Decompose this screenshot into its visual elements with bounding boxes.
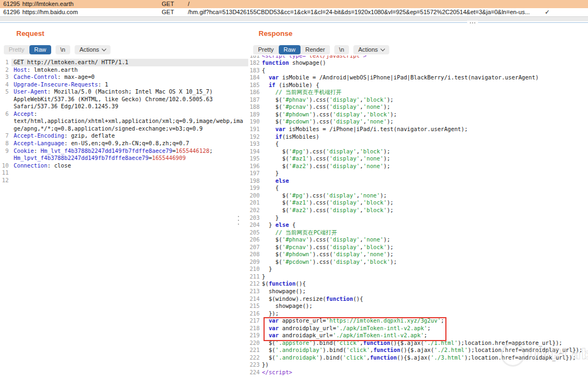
line-number: 8	[0, 140, 9, 147]
line-number: 4	[0, 81, 9, 89]
line-number: 2	[0, 66, 9, 74]
line-content: $(function(){	[262, 280, 306, 288]
chevron-down-icon	[381, 47, 385, 51]
code-line: 184 var isMobile = /Android|webOS|iPhone…	[249, 74, 588, 82]
line-content: $('#pcnav').css('display','block');	[262, 244, 394, 251]
line-number: 183	[249, 67, 260, 75]
code-line: 207 $('#pcnav').css('display','block');	[249, 244, 588, 251]
line-number: 204	[249, 221, 260, 229]
line-content: // 当前网页在手机端打开	[262, 89, 341, 96]
line-number: 214	[249, 295, 260, 303]
code-line: 3Cache-Control: max-age=0	[0, 73, 248, 81]
line-content: }	[262, 265, 272, 273]
history-row[interactable]: 61295http://lmtoken.earthGET/	[0, 0, 588, 8]
code-line: 199 {	[249, 184, 588, 192]
line-number: 191	[249, 126, 260, 133]
code-line: 222 $('.androidapk').bind('click',functi…	[249, 354, 588, 362]
line-content: </script>	[262, 369, 292, 376]
code-line: 185 if (isMobile) {	[249, 82, 588, 89]
line-number: 215	[249, 302, 260, 310]
code-line: 192 if(isMobiles)	[249, 133, 588, 141]
code-line: 205 // 当前网页在PC端打开	[249, 229, 588, 237]
line-content: }	[262, 170, 279, 177]
line-content: $('#phnav').css('display','block');	[262, 96, 394, 104]
code-line: 209 $('#pcdown').css('display','block');	[249, 258, 588, 266]
line-number: 209	[249, 258, 260, 266]
chevron-down-icon	[102, 47, 106, 51]
code-line: 190 $('#pcdown').css('display','none');	[249, 118, 588, 126]
line-number: 208	[249, 251, 260, 258]
line-number: 222	[249, 354, 260, 362]
line-number: 223	[249, 361, 260, 369]
history-cell-url: /	[188, 0, 539, 8]
line-number: 203	[249, 214, 260, 222]
horizontal-splitter[interactable]	[0, 16, 588, 21]
line-content: function showpage()	[262, 59, 326, 67]
code-line: 210 }	[249, 265, 588, 273]
code-line: 197 }	[249, 170, 588, 177]
code-line: 196 $('#az2').css('display','none');	[249, 163, 588, 170]
code-line: 187 $('#phnav').css('display','block');	[249, 96, 588, 104]
tab-raw[interactable]: Raw	[29, 45, 51, 54]
tab-pretty[interactable]: Pretty	[4, 45, 29, 54]
line-content: if (isMobile) {	[262, 82, 319, 89]
line-number: 206	[249, 236, 260, 244]
line-number: 12	[0, 177, 9, 184]
tab-actions[interactable]: Actions	[353, 45, 389, 54]
request-editor[interactable]: 1GET http://lmtoken.earth/ HTTP/1.12Host…	[0, 59, 248, 184]
line-number: 211	[249, 273, 260, 281]
code-line: 213 showpage();	[249, 288, 588, 295]
line-number: 11	[0, 169, 9, 177]
code-line: 7Accept-Encoding: gzip, deflate	[0, 132, 248, 140]
code-line: 6Accept: text/html,application/xhtml+xml…	[0, 110, 248, 133]
line-content: $('#phdown').css('display','none');	[262, 251, 394, 258]
panel-focus-border	[0, 22, 588, 23]
annotation-highlight-box	[264, 317, 446, 341]
line-content: $('#az1').css('display','block');	[262, 199, 394, 207]
code-line: 12	[0, 177, 248, 184]
tab-pretty[interactable]: Pretty	[253, 45, 279, 54]
line-number: 185	[249, 82, 260, 89]
line-content: Cache-Control: max-age=0	[11, 73, 244, 81]
splitter-grip-icon[interactable]	[467, 21, 478, 24]
line-number: 193	[249, 140, 260, 148]
line-number: 199	[249, 184, 260, 192]
tab-raw[interactable]: Raw	[279, 45, 301, 54]
line-number: 197	[249, 170, 260, 177]
code-line: 191 var isMobiles = /iPhone|iPad/i.test(…	[249, 126, 588, 133]
vertical-splitter-grip[interactable]	[237, 216, 240, 225]
line-content: else	[262, 177, 289, 185]
line-content: $('#pcdown').css('display','block');	[262, 258, 397, 266]
line-content: }	[262, 273, 265, 281]
line-number: 6	[0, 110, 9, 133]
code-line: 5User-Agent: Mozilla/5.0 (Macintosh; Int…	[0, 88, 248, 110]
http-history-table: 61295http://lmtoken.earthGET/61296https:…	[0, 0, 588, 16]
tab-newline[interactable]: \n	[56, 45, 70, 54]
line-content: $(window).resize(function(){	[262, 295, 363, 303]
line-content: if(isMobiles)	[262, 133, 319, 141]
code-line: 181<script type="text/javascript">	[249, 55, 588, 59]
line-number: 186	[249, 89, 260, 96]
line-number: 181	[249, 55, 260, 59]
line-number: 216	[249, 310, 260, 318]
line-content: User-Agent: Mozilla/5.0 (Macintosh; Inte…	[11, 88, 244, 110]
code-line: 1GET http://lmtoken.earth/ HTTP/1.1	[0, 59, 248, 66]
code-line: 212$(function(){	[249, 280, 588, 288]
tab-newline[interactable]: \n	[334, 45, 349, 54]
code-line: 195 $('#az1').css('display','none');	[249, 155, 588, 163]
code-line: 186 // 当前网页在手机端打开	[249, 89, 588, 96]
code-line: 223})	[249, 361, 588, 369]
code-line: 194 $('#pg').css('display','block');	[249, 148, 588, 156]
tab-render[interactable]: Render	[301, 45, 330, 54]
code-line: 221 $('.androidplay').bind('click',funct…	[249, 347, 588, 354]
line-number: 198	[249, 177, 260, 185]
code-line: 9Cookie: Hm_lvt_f4b3788b2247dd149fb7fdff…	[0, 147, 248, 162]
history-row[interactable]: 61296https://hm.baidu.comGET/hm.gif?hca=…	[0, 8, 588, 16]
code-line: 214 $(window).resize(function(){	[249, 295, 588, 303]
line-content: $('#phnav').css('display','none');	[262, 236, 390, 244]
code-line: 215 showpage();	[249, 302, 588, 310]
line-number: 201	[249, 199, 260, 207]
history-cell-host: https://hm.baidu.com	[22, 8, 158, 16]
line-content: var isMobile = /Android|webOS|iPhone|iPa…	[262, 74, 538, 82]
tab-actions[interactable]: Actions	[75, 45, 111, 54]
